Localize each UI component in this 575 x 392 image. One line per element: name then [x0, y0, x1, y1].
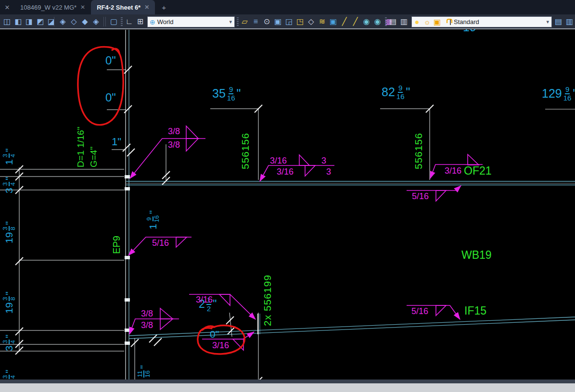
toolbar: ◫◧◨◩◪ ◈◇◆◈ ▢ ∟⊞ ⊕ World ▾ ▱≡⊙▣◲◳◇≋▣╱╱◉◉▩…	[0, 14, 575, 29]
weld-top-38-bottom[interactable]: 3/8	[168, 140, 180, 150]
view-nw-iso-icon[interactable]: ◈	[91, 16, 101, 27]
weld-top-38-top[interactable]: 3/8	[168, 126, 180, 137]
layer-vp-freeze-icon[interactable]: ▣	[432, 17, 442, 27]
view-front-cube-icon[interactable]: ◧	[13, 16, 23, 27]
view-back-cube-icon[interactable]: ◨	[24, 16, 34, 27]
weld-circled-316[interactable]: 3/16	[212, 341, 229, 351]
view-ne-iso-icon[interactable]: ◆	[80, 16, 90, 27]
weld-ep-516[interactable]: 5/16	[152, 238, 169, 248]
layer-properties-icon[interactable]: ▤	[388, 16, 398, 27]
left-dim-1[interactable]: 1 34 "	[2, 149, 16, 165]
file-tab-bar: ✕ 108469_W v22 MG* ✕ RF4-2 Sheet 6* ✕ +	[0, 0, 575, 14]
left-dim-5[interactable]: 3 34 "	[2, 335, 16, 351]
measure-distance-icon[interactable]: ▱	[240, 16, 250, 27]
weld-of-516[interactable]: 5/16	[412, 191, 429, 202]
isolate-objects-icon[interactable]: ◲	[284, 16, 294, 27]
dim-129-clipped[interactable]: 129 916 "	[542, 86, 575, 102]
tools-group: ▱≡⊙▣◲◳◇≋▣╱╱◉◉▩	[240, 16, 394, 27]
viewport-bottom-edge	[0, 379, 575, 383]
tab-label: RF4-2 Sheet 6*	[97, 4, 141, 11]
label-of21[interactable]: OF21	[464, 164, 492, 177]
close-all-icon[interactable]: ✕	[0, 4, 14, 11]
ucs-group: ∟⊞	[124, 16, 145, 27]
properties-list-icon[interactable]: ≡	[251, 16, 261, 27]
dim-zero-mid[interactable]: 0"	[105, 91, 116, 104]
label-wb19[interactable]: WB19	[461, 249, 492, 262]
label-556156-b[interactable]: 556156	[413, 133, 424, 169]
left-dim-4[interactable]: 19 38 "	[2, 291, 16, 314]
construction-line-icon[interactable]: ╱	[339, 16, 349, 27]
view-sw-iso-icon[interactable]: ◈	[58, 16, 68, 27]
ucs-world-dropdown[interactable]: ⊕ World ▾	[147, 16, 235, 27]
view-se-iso-icon[interactable]: ◇	[69, 16, 79, 27]
layer-dropdown[interactable]: ●☼▣ Standard ▾	[411, 16, 552, 27]
copy-objects-icon[interactable]: ▣	[273, 16, 283, 27]
weld-mid-len-top[interactable]: 3	[321, 156, 326, 166]
ucs-world-icon: ⊕	[150, 18, 155, 26]
layer-translate-icon[interactable]: ▤	[553, 16, 563, 27]
tab-rf4-2-sheet-6[interactable]: RF4-2 Sheet 6* ✕	[91, 0, 155, 14]
dim-1-9-16[interactable]: 1 916 "	[146, 210, 160, 229]
layer-extra-group: ▤▥	[553, 16, 575, 27]
iso-view-group: ◈◇◆◈	[58, 16, 101, 27]
view-top-cube-icon[interactable]: ◫	[2, 16, 12, 27]
hide-objects-icon[interactable]: ◳	[295, 16, 305, 27]
tab-label: 108469_W v22 MG*	[20, 4, 77, 11]
left-dim-2[interactable]: 3 34 "	[2, 177, 16, 193]
layer-states-icon[interactable]: ≋	[317, 16, 327, 27]
layer-prev-icon[interactable]: ▥	[564, 16, 575, 27]
dim-zero-weld[interactable]: 0"	[210, 329, 219, 340]
label-556156-a[interactable]: 556156	[240, 133, 251, 169]
left-dim-3[interactable]: 19 38 "	[2, 221, 16, 243]
weld-plate-316[interactable]: 3/16	[196, 295, 213, 305]
label-ep9[interactable]: EP9	[111, 236, 122, 254]
view-left-cube-icon[interactable]: ◩	[35, 16, 45, 27]
zoom-extents-icon[interactable]: ⊙	[262, 16, 272, 27]
weld-mid-len-bottom[interactable]: 3	[326, 167, 331, 177]
walk-icon[interactable]: ◉	[361, 16, 371, 27]
application-window: 19 0" 0" 1" 35 916 " 82 916 " 129 916 " …	[0, 0, 575, 392]
layer-tools-group: ▤▥	[388, 16, 409, 27]
dim-82-9-16[interactable]: 82 916 "	[382, 84, 410, 101]
chevron-down-icon: ▾	[229, 19, 232, 25]
fly-icon[interactable]: ◉	[372, 16, 383, 27]
tab-108469[interactable]: 108469_W v22 MG* ✕	[14, 0, 91, 14]
layer-name-value: Standard	[454, 18, 479, 25]
weld-mid-316-top[interactable]: 3/16	[270, 156, 287, 166]
tab-close-icon[interactable]: ✕	[80, 4, 85, 11]
zoom-window-icon[interactable]: ▢	[109, 16, 119, 27]
view-cube-group: ◫◧◨◩◪	[2, 16, 56, 27]
horizontal-scrollbar[interactable]	[0, 383, 575, 392]
ray-line-icon[interactable]: ╱	[350, 16, 360, 27]
3d-box-icon[interactable]: ▣	[328, 16, 338, 27]
section-plane-icon[interactable]: ◇	[306, 16, 316, 27]
chevron-down-icon: ▾	[546, 19, 549, 25]
weld-mid-316-bottom[interactable]: 3/16	[277, 167, 294, 177]
view-right-cube-icon[interactable]: ◪	[46, 16, 56, 27]
nav-group: ▢	[109, 16, 119, 27]
ucs-origin-icon[interactable]: ∟	[124, 16, 134, 27]
ucs-world-value: World	[157, 18, 174, 25]
weld-bot-38-bottom[interactable]: 3/8	[141, 320, 153, 330]
dim-one-inch[interactable]: 1"	[112, 136, 121, 148]
layer-on-bulb-icon[interactable]: ●	[412, 17, 422, 27]
weld-of-316[interactable]: 3/16	[445, 166, 461, 176]
tab-close-icon[interactable]: ✕	[144, 4, 149, 11]
new-tab-button[interactable]: +	[162, 3, 166, 12]
dim-35-9-16[interactable]: 35 916 "	[212, 86, 241, 102]
label-plate-d[interactable]: D=1 1/16"	[76, 127, 86, 167]
drawing-canvas[interactable]	[0, 29, 575, 379]
weld-bot-38-top[interactable]: 3/8	[141, 309, 153, 319]
ucs-named-icon[interactable]: ⊞	[135, 16, 145, 27]
layer-state-icons: ●☼▣	[412, 17, 454, 27]
label-if15[interactable]: IF15	[464, 304, 486, 317]
weld-if-516[interactable]: 5/16	[411, 306, 428, 316]
layer-match-icon[interactable]: ▥	[399, 16, 409, 27]
label-plate-g[interactable]: G=4"	[89, 147, 99, 167]
layer-freeze-sun-icon[interactable]: ☼	[422, 17, 432, 27]
label-2x-556199[interactable]: 2x 556199	[262, 275, 273, 326]
dim-zero-top[interactable]: 0"	[105, 54, 116, 67]
